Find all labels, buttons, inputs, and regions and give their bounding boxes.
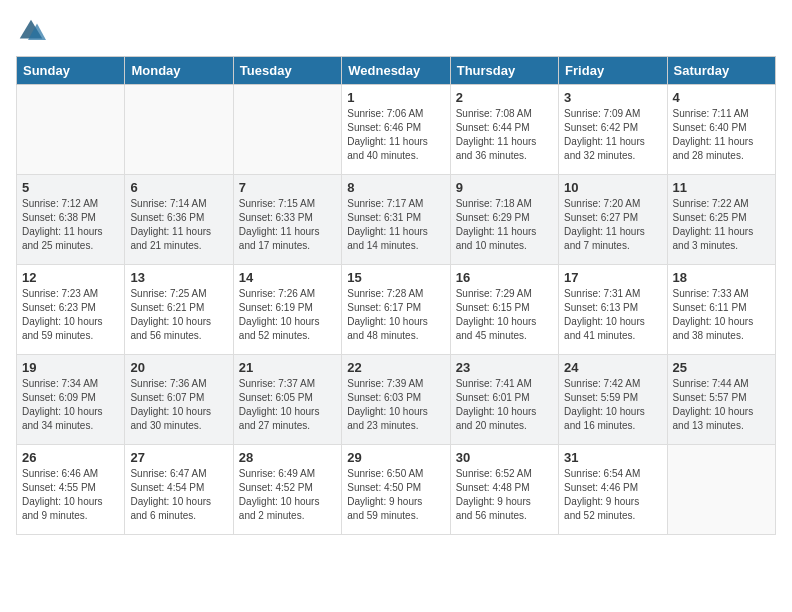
day-info: Sunrise: 7:22 AM Sunset: 6:25 PM Dayligh… bbox=[673, 197, 770, 253]
day-number: 29 bbox=[347, 450, 444, 465]
calendar-week-row: 1Sunrise: 7:06 AM Sunset: 6:46 PM Daylig… bbox=[17, 85, 776, 175]
weekday-header-friday: Friday bbox=[559, 57, 667, 85]
calendar-table: SundayMondayTuesdayWednesdayThursdayFrid… bbox=[16, 56, 776, 535]
day-number: 26 bbox=[22, 450, 119, 465]
calendar-day-cell: 26Sunrise: 6:46 AM Sunset: 4:55 PM Dayli… bbox=[17, 445, 125, 535]
calendar-week-row: 19Sunrise: 7:34 AM Sunset: 6:09 PM Dayli… bbox=[17, 355, 776, 445]
day-number: 25 bbox=[673, 360, 770, 375]
calendar-day-cell: 31Sunrise: 6:54 AM Sunset: 4:46 PM Dayli… bbox=[559, 445, 667, 535]
day-number: 8 bbox=[347, 180, 444, 195]
day-info: Sunrise: 7:23 AM Sunset: 6:23 PM Dayligh… bbox=[22, 287, 119, 343]
day-info: Sunrise: 7:33 AM Sunset: 6:11 PM Dayligh… bbox=[673, 287, 770, 343]
day-info: Sunrise: 7:06 AM Sunset: 6:46 PM Dayligh… bbox=[347, 107, 444, 163]
calendar-day-cell: 27Sunrise: 6:47 AM Sunset: 4:54 PM Dayli… bbox=[125, 445, 233, 535]
day-number: 9 bbox=[456, 180, 553, 195]
day-info: Sunrise: 7:20 AM Sunset: 6:27 PM Dayligh… bbox=[564, 197, 661, 253]
day-info: Sunrise: 7:31 AM Sunset: 6:13 PM Dayligh… bbox=[564, 287, 661, 343]
day-info: Sunrise: 6:54 AM Sunset: 4:46 PM Dayligh… bbox=[564, 467, 661, 523]
day-info: Sunrise: 7:14 AM Sunset: 6:36 PM Dayligh… bbox=[130, 197, 227, 253]
day-info: Sunrise: 7:39 AM Sunset: 6:03 PM Dayligh… bbox=[347, 377, 444, 433]
calendar-day-cell: 13Sunrise: 7:25 AM Sunset: 6:21 PM Dayli… bbox=[125, 265, 233, 355]
day-number: 5 bbox=[22, 180, 119, 195]
day-number: 24 bbox=[564, 360, 661, 375]
day-info: Sunrise: 7:25 AM Sunset: 6:21 PM Dayligh… bbox=[130, 287, 227, 343]
day-info: Sunrise: 7:15 AM Sunset: 6:33 PM Dayligh… bbox=[239, 197, 336, 253]
day-info: Sunrise: 7:09 AM Sunset: 6:42 PM Dayligh… bbox=[564, 107, 661, 163]
day-number: 28 bbox=[239, 450, 336, 465]
day-number: 31 bbox=[564, 450, 661, 465]
day-number: 30 bbox=[456, 450, 553, 465]
day-info: Sunrise: 7:36 AM Sunset: 6:07 PM Dayligh… bbox=[130, 377, 227, 433]
calendar-day-cell bbox=[233, 85, 341, 175]
calendar-day-cell: 30Sunrise: 6:52 AM Sunset: 4:48 PM Dayli… bbox=[450, 445, 558, 535]
calendar-day-cell: 17Sunrise: 7:31 AM Sunset: 6:13 PM Dayli… bbox=[559, 265, 667, 355]
day-number: 3 bbox=[564, 90, 661, 105]
logo-icon bbox=[16, 16, 46, 46]
day-number: 21 bbox=[239, 360, 336, 375]
day-info: Sunrise: 6:49 AM Sunset: 4:52 PM Dayligh… bbox=[239, 467, 336, 523]
calendar-day-cell: 22Sunrise: 7:39 AM Sunset: 6:03 PM Dayli… bbox=[342, 355, 450, 445]
day-number: 17 bbox=[564, 270, 661, 285]
calendar-day-cell: 10Sunrise: 7:20 AM Sunset: 6:27 PM Dayli… bbox=[559, 175, 667, 265]
day-info: Sunrise: 7:12 AM Sunset: 6:38 PM Dayligh… bbox=[22, 197, 119, 253]
calendar-day-cell: 1Sunrise: 7:06 AM Sunset: 6:46 PM Daylig… bbox=[342, 85, 450, 175]
day-info: Sunrise: 6:46 AM Sunset: 4:55 PM Dayligh… bbox=[22, 467, 119, 523]
weekday-header-saturday: Saturday bbox=[667, 57, 775, 85]
calendar-day-cell: 15Sunrise: 7:28 AM Sunset: 6:17 PM Dayli… bbox=[342, 265, 450, 355]
day-number: 27 bbox=[130, 450, 227, 465]
calendar-day-cell: 21Sunrise: 7:37 AM Sunset: 6:05 PM Dayli… bbox=[233, 355, 341, 445]
day-info: Sunrise: 7:29 AM Sunset: 6:15 PM Dayligh… bbox=[456, 287, 553, 343]
calendar-day-cell: 18Sunrise: 7:33 AM Sunset: 6:11 PM Dayli… bbox=[667, 265, 775, 355]
day-number: 18 bbox=[673, 270, 770, 285]
day-number: 2 bbox=[456, 90, 553, 105]
weekday-header-monday: Monday bbox=[125, 57, 233, 85]
day-info: Sunrise: 7:18 AM Sunset: 6:29 PM Dayligh… bbox=[456, 197, 553, 253]
calendar-day-cell: 8Sunrise: 7:17 AM Sunset: 6:31 PM Daylig… bbox=[342, 175, 450, 265]
day-info: Sunrise: 7:08 AM Sunset: 6:44 PM Dayligh… bbox=[456, 107, 553, 163]
weekday-header-row: SundayMondayTuesdayWednesdayThursdayFrid… bbox=[17, 57, 776, 85]
calendar-day-cell: 25Sunrise: 7:44 AM Sunset: 5:57 PM Dayli… bbox=[667, 355, 775, 445]
page-header bbox=[16, 16, 776, 46]
day-info: Sunrise: 7:37 AM Sunset: 6:05 PM Dayligh… bbox=[239, 377, 336, 433]
weekday-header-thursday: Thursday bbox=[450, 57, 558, 85]
day-number: 11 bbox=[673, 180, 770, 195]
calendar-day-cell: 29Sunrise: 6:50 AM Sunset: 4:50 PM Dayli… bbox=[342, 445, 450, 535]
calendar-day-cell bbox=[17, 85, 125, 175]
calendar-day-cell: 28Sunrise: 6:49 AM Sunset: 4:52 PM Dayli… bbox=[233, 445, 341, 535]
day-number: 4 bbox=[673, 90, 770, 105]
day-number: 13 bbox=[130, 270, 227, 285]
calendar-day-cell bbox=[125, 85, 233, 175]
day-info: Sunrise: 7:17 AM Sunset: 6:31 PM Dayligh… bbox=[347, 197, 444, 253]
day-number: 6 bbox=[130, 180, 227, 195]
day-number: 14 bbox=[239, 270, 336, 285]
day-number: 19 bbox=[22, 360, 119, 375]
day-number: 10 bbox=[564, 180, 661, 195]
calendar-week-row: 26Sunrise: 6:46 AM Sunset: 4:55 PM Dayli… bbox=[17, 445, 776, 535]
weekday-header-tuesday: Tuesday bbox=[233, 57, 341, 85]
calendar-day-cell: 9Sunrise: 7:18 AM Sunset: 6:29 PM Daylig… bbox=[450, 175, 558, 265]
day-info: Sunrise: 7:11 AM Sunset: 6:40 PM Dayligh… bbox=[673, 107, 770, 163]
day-number: 7 bbox=[239, 180, 336, 195]
day-number: 16 bbox=[456, 270, 553, 285]
day-number: 23 bbox=[456, 360, 553, 375]
day-info: Sunrise: 7:34 AM Sunset: 6:09 PM Dayligh… bbox=[22, 377, 119, 433]
calendar-day-cell bbox=[667, 445, 775, 535]
day-info: Sunrise: 6:52 AM Sunset: 4:48 PM Dayligh… bbox=[456, 467, 553, 523]
day-number: 12 bbox=[22, 270, 119, 285]
day-info: Sunrise: 7:28 AM Sunset: 6:17 PM Dayligh… bbox=[347, 287, 444, 343]
day-info: Sunrise: 6:50 AM Sunset: 4:50 PM Dayligh… bbox=[347, 467, 444, 523]
day-info: Sunrise: 6:47 AM Sunset: 4:54 PM Dayligh… bbox=[130, 467, 227, 523]
calendar-day-cell: 3Sunrise: 7:09 AM Sunset: 6:42 PM Daylig… bbox=[559, 85, 667, 175]
day-number: 22 bbox=[347, 360, 444, 375]
weekday-header-sunday: Sunday bbox=[17, 57, 125, 85]
day-number: 15 bbox=[347, 270, 444, 285]
day-number: 20 bbox=[130, 360, 227, 375]
calendar-day-cell: 7Sunrise: 7:15 AM Sunset: 6:33 PM Daylig… bbox=[233, 175, 341, 265]
calendar-day-cell: 24Sunrise: 7:42 AM Sunset: 5:59 PM Dayli… bbox=[559, 355, 667, 445]
calendar-day-cell: 11Sunrise: 7:22 AM Sunset: 6:25 PM Dayli… bbox=[667, 175, 775, 265]
calendar-day-cell: 2Sunrise: 7:08 AM Sunset: 6:44 PM Daylig… bbox=[450, 85, 558, 175]
calendar-day-cell: 23Sunrise: 7:41 AM Sunset: 6:01 PM Dayli… bbox=[450, 355, 558, 445]
day-info: Sunrise: 7:44 AM Sunset: 5:57 PM Dayligh… bbox=[673, 377, 770, 433]
calendar-day-cell: 6Sunrise: 7:14 AM Sunset: 6:36 PM Daylig… bbox=[125, 175, 233, 265]
calendar-day-cell: 12Sunrise: 7:23 AM Sunset: 6:23 PM Dayli… bbox=[17, 265, 125, 355]
